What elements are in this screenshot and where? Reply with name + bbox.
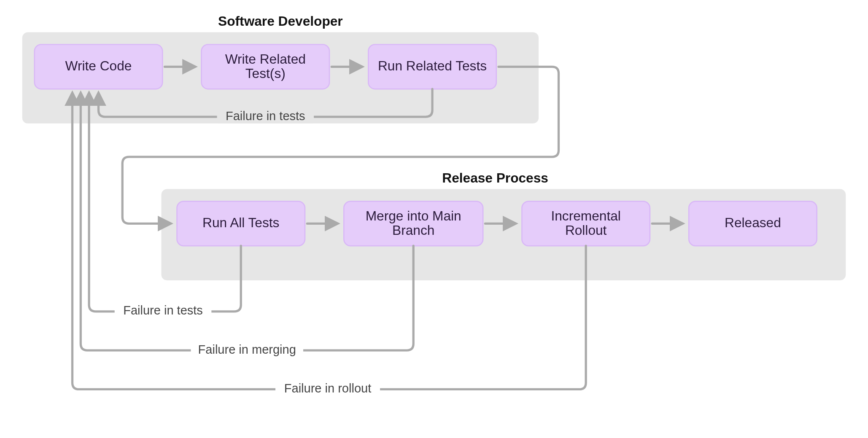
node-label-released: Released [725,215,781,230]
node-run-all-tests: Run All Tests [177,202,305,246]
edge-label-failure-merge: Failure in merging [198,343,296,356]
node-label-run-all: Run All Tests [202,215,279,230]
node-run-related-tests: Run Related Tests [368,45,496,89]
edge-label-failure-related: Failure in tests [226,109,305,123]
node-write-code: Write Code [35,45,162,89]
group-title-software-developer: Software Developer [218,13,343,29]
node-label-merge-2: Branch [392,223,434,238]
flow-diagram: Software Developer Write Code Write Rela… [0,0,868,438]
node-merge-main: Merge into Main Branch [344,202,483,246]
node-label-run-related: Run Related Tests [378,58,487,73]
node-write-related-tests: Write Related Test(s) [202,45,329,89]
node-label-merge-1: Merge into Main [366,208,461,223]
node-label-write-tests-2: Test(s) [245,66,286,81]
node-released: Released [689,202,817,246]
edge-label-failure-rollout: Failure in rollout [284,382,371,395]
node-incremental-rollout: Incremental Rollout [522,202,650,246]
node-label-rollout-2: Rollout [565,223,607,238]
group-release-process: Release Process Run All Tests Merge into… [162,170,846,280]
group-title-release-process: Release Process [442,170,548,185]
edge-label-failure-all: Failure in tests [123,304,203,317]
group-software-developer: Software Developer Write Code Write Rela… [22,13,539,124]
node-label-write-code: Write Code [65,58,132,73]
node-label-rollout-1: Incremental [551,208,620,223]
node-label-write-tests-1: Write Related [225,51,306,67]
